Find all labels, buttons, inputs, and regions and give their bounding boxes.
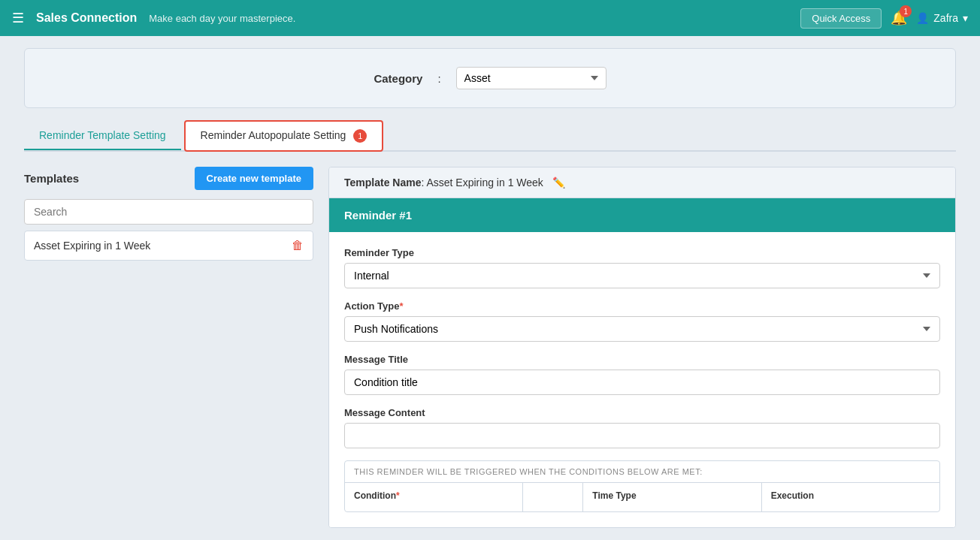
action-type-select[interactable]: Push Notifications [344,316,940,342]
trigger-columns: Condition* Time Type Execution [345,483,939,511]
template-name-value: Asset Expiring in 1 Week [426,176,543,189]
search-input[interactable] [24,199,313,225]
reminder-type-group: Reminder Type Internal [344,247,940,288]
tabs-row: Reminder Template Setting Reminder Autop… [24,120,956,152]
templates-layout: Templates Create new template Asset Expi… [24,167,956,528]
header-tagline: Make each day your masterpiece. [149,13,295,24]
trigger-condition-label: Condition* [354,490,513,501]
template-name-bar: Template Name: Asset Expiring in 1 Week … [329,167,955,198]
app-header: ☰ Sales Connection Make each day your ma… [0,0,980,36]
category-select[interactable]: Asset [456,67,606,89]
right-panel: Template Name: Asset Expiring in 1 Week … [328,167,956,528]
delete-icon[interactable]: 🗑 [292,239,304,252]
quick-access-button[interactable]: Quick Access [800,8,882,29]
trigger-col-empty [523,483,583,511]
reminder-type-label: Reminder Type [344,247,940,258]
bell-badge: 1 [900,5,912,17]
trigger-time-type-label: Time Type [592,490,752,501]
tab-reminder-autopopulate[interactable]: Reminder Autopopulate Setting 1 [184,120,384,152]
app-title: Sales Connection [36,11,137,25]
edit-icon[interactable]: ✏️ [552,176,565,189]
templates-header: Templates Create new template [24,167,313,190]
hamburger-icon[interactable]: ☰ [12,10,24,26]
message-content-input[interactable] [344,423,940,448]
template-item-name: Asset Expiring in 1 Week [34,240,150,252]
create-template-button[interactable]: Create new template [195,167,313,190]
template-list-item[interactable]: Asset Expiring in 1 Week 🗑 [24,231,313,261]
trigger-section: THIS REMINDER WILL BE TRIGGERED WHEN THE… [344,460,940,512]
user-name: Zafra [933,12,958,24]
trigger-col-time-type: Time Type [583,483,761,511]
user-chevron-icon: ▾ [963,12,968,24]
category-colon: : [437,72,440,85]
trigger-label: THIS REMINDER WILL BE TRIGGERED WHEN THE… [345,461,939,483]
bell-wrapper: 🔔 1 [891,10,907,26]
trigger-col-condition: Condition* [345,483,523,511]
user-section[interactable]: 👤 Zafra ▾ [916,12,968,24]
action-type-label: Action Type* [344,300,940,312]
tab-reminder-template[interactable]: Reminder Template Setting [24,122,181,150]
category-label: Category [374,72,422,85]
main-content: Category : Asset Reminder Template Setti… [9,36,971,540]
template-name-label: Template Name: Asset Expiring in 1 Week … [344,176,565,189]
tab-reminder-template-label: Reminder Template Setting [39,129,166,141]
message-title-input[interactable] [344,370,940,395]
user-avatar-icon: 👤 [916,12,929,24]
message-content-label: Message Content [344,407,940,418]
message-title-label: Message Title [344,354,940,365]
action-type-group: Action Type* Push Notifications [344,300,940,342]
tab-autopopulate-badge: 1 [353,129,367,143]
reminder-body: Reminder Type Internal Action Type* Push… [329,232,955,527]
message-content-group: Message Content [344,407,940,448]
reminder-type-select[interactable]: Internal [344,263,940,288]
reminder-header: Reminder #1 [329,198,955,232]
trigger-col-execution: Execution [762,483,939,511]
header-right: Quick Access 🔔 1 👤 Zafra ▾ [800,8,968,29]
trigger-execution-label: Execution [771,490,930,501]
tab-reminder-autopopulate-label: Reminder Autopopulate Setting [201,129,346,141]
category-card: Category : Asset [24,48,956,108]
action-type-required: * [399,300,403,312]
header-left: ☰ Sales Connection Make each day your ma… [12,10,295,26]
message-title-group: Message Title [344,354,940,395]
templates-title: Templates [24,172,79,185]
templates-sidebar: Templates Create new template Asset Expi… [24,167,313,528]
